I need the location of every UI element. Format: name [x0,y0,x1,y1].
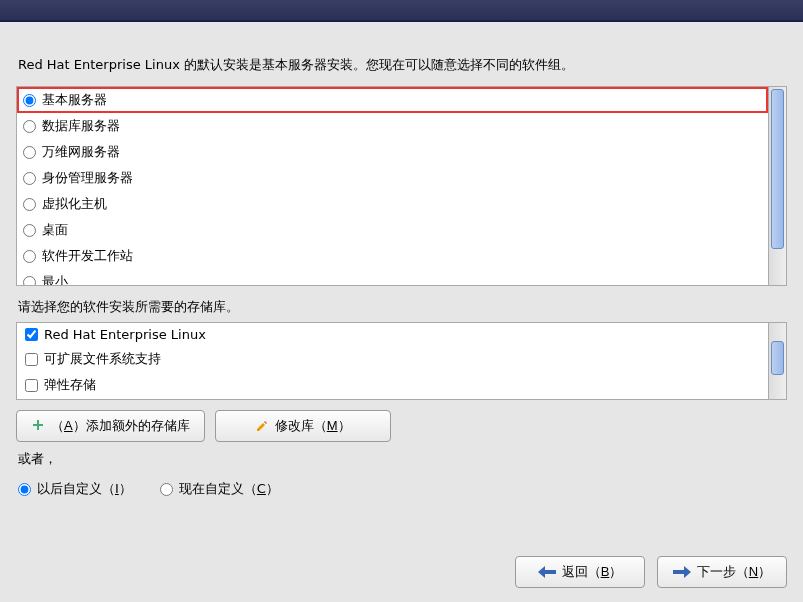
software-group-label: 最小 [42,273,68,285]
repo-label: 弹性存储 [44,376,96,394]
software-group-item[interactable]: 身份管理服务器 [17,165,768,191]
add-repo-label: （A）添加额外的存储库 [51,417,190,435]
repo-heading: 请选择您的软件安装所需要的存储库。 [18,298,787,316]
software-group-radio[interactable] [23,172,36,185]
software-group-item[interactable]: 桌面 [17,217,768,243]
software-group-label: 虚拟化主机 [42,195,107,213]
software-group-label: 万维网服务器 [42,143,120,161]
customize-later-label: 以后自定义（I） [37,480,132,498]
repo-listbox: Red Hat Enterprise Linux可扩展文件系统支持弹性存储 [16,322,787,400]
repo-checkbox[interactable] [25,379,38,392]
software-group-label: 桌面 [42,221,68,239]
software-group-scrollbar[interactable] [768,87,786,285]
software-group-radio[interactable] [23,120,36,133]
customize-now-label: 现在自定义（C） [179,480,279,498]
customize-later-radio[interactable]: 以后自定义（I） [18,480,132,498]
software-group-label: 软件开发工作站 [42,247,133,265]
back-button[interactable]: 返回（B） [515,556,645,588]
repo-label: 可扩展文件系统支持 [44,350,161,368]
software-group-item[interactable]: 万维网服务器 [17,139,768,165]
next-label: 下一步（N） [697,563,771,581]
edit-icon [255,419,269,433]
software-group-radio[interactable] [23,276,36,286]
repo-checkbox[interactable] [25,353,38,366]
software-group-listbox: 基本服务器数据库服务器万维网服务器身份管理服务器虚拟化主机桌面软件开发工作站最小 [16,86,787,286]
arrow-left-icon [538,566,556,578]
back-label: 返回（B） [562,563,623,581]
repo-label: Red Hat Enterprise Linux [44,327,206,342]
plus-icon [31,419,45,433]
software-group-list[interactable]: 基本服务器数据库服务器万维网服务器身份管理服务器虚拟化主机桌面软件开发工作站最小 [17,87,768,285]
software-group-item[interactable]: 基本服务器 [17,87,768,113]
repo-item[interactable]: 可扩展文件系统支持 [17,346,768,372]
repo-item[interactable]: 弹性存储 [17,372,768,398]
repo-item[interactable]: Red Hat Enterprise Linux [17,323,768,346]
software-group-item[interactable]: 虚拟化主机 [17,191,768,217]
software-group-radio[interactable] [23,94,36,107]
repo-checkbox[interactable] [25,328,38,341]
or-text: 或者， [18,450,787,468]
modify-repo-label: 修改库（M） [275,417,351,435]
customize-now-radio[interactable]: 现在自定义（C） [160,480,279,498]
software-group-radio[interactable] [23,250,36,263]
scrollbar-thumb[interactable] [771,341,784,375]
add-repo-button[interactable]: （A）添加额外的存储库 [16,410,205,442]
software-group-radio[interactable] [23,198,36,211]
software-group-radio[interactable] [23,146,36,159]
repo-list[interactable]: Red Hat Enterprise Linux可扩展文件系统支持弹性存储 [17,323,768,399]
scrollbar-thumb[interactable] [771,89,784,249]
software-group-item[interactable]: 软件开发工作站 [17,243,768,269]
arrow-right-icon [673,566,691,578]
repo-scrollbar[interactable] [768,323,786,399]
software-group-label: 数据库服务器 [42,117,120,135]
software-group-item[interactable]: 最小 [17,269,768,285]
software-group-radio[interactable] [23,224,36,237]
software-group-item[interactable]: 数据库服务器 [17,113,768,139]
modify-repo-button[interactable]: 修改库（M） [215,410,391,442]
customize-radio-group: 以后自定义（I） 现在自定义（C） [16,476,787,498]
next-button[interactable]: 下一步（N） [657,556,787,588]
software-group-label: 基本服务器 [42,91,107,109]
intro-text: Red Hat Enterprise Linux 的默认安装是基本服务器安装。您… [18,56,787,74]
software-group-label: 身份管理服务器 [42,169,133,187]
title-bar [0,0,803,22]
